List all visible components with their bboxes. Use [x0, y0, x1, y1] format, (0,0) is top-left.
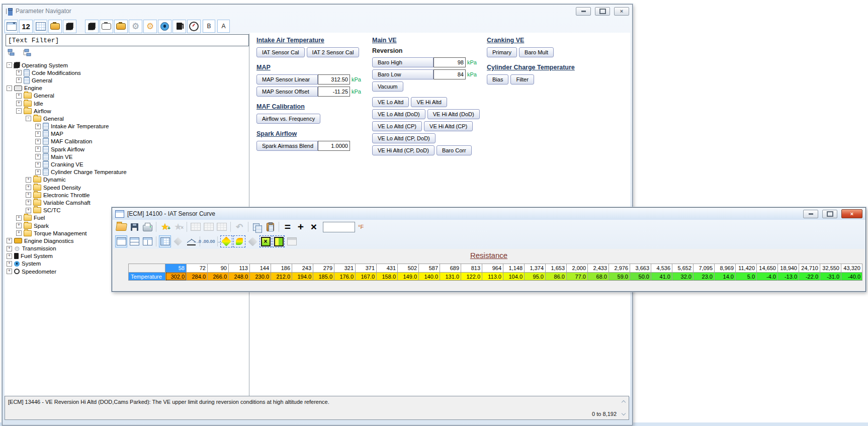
tree-expander-icon[interactable]: +	[16, 93, 22, 99]
table-view-button[interactable]	[159, 235, 171, 247]
param-value[interactable]: 98	[433, 57, 466, 67]
temperature-cell[interactable]: 140.0	[419, 272, 440, 281]
tree-item-general[interactable]: +General	[5, 92, 249, 100]
param-button-map-sensor-linear[interactable]: MAP Sensor Linear	[256, 74, 318, 84]
resistance-cell[interactable]: 144	[250, 264, 271, 272]
resistance-cell[interactable]: 2,433	[588, 264, 609, 272]
color-surface-button[interactable]	[220, 235, 232, 247]
resistance-cell[interactable]: 113	[229, 264, 250, 272]
temperature-cell[interactable]: -40.0	[841, 272, 862, 281]
temperature-cell[interactable]: 5.0	[736, 272, 757, 281]
tree-expander-icon[interactable]: +	[26, 200, 31, 205]
tree-item-spark-airflow[interactable]: +Spark Airflow	[5, 145, 249, 153]
print-button[interactable]	[141, 221, 153, 233]
tree-expander-icon[interactable]: +	[16, 77, 22, 83]
tree-expander-icon[interactable]: +	[16, 70, 22, 75]
adjust-value-input[interactable]	[323, 222, 355, 232]
tree-expander-icon[interactable]: +	[7, 269, 12, 274]
tree-expander-icon[interactable]: -	[7, 86, 12, 91]
resistance-cell[interactable]: 7,095	[693, 264, 715, 272]
resistance-cell[interactable]: 243	[292, 264, 313, 272]
resistance-cell[interactable]: 32,550	[820, 264, 841, 272]
temperature-cell[interactable]: 86.0	[546, 272, 567, 281]
param-button-iat-2-sensor-cal[interactable]: IAT 2 Sensor Cal	[307, 47, 360, 57]
temperature-cell[interactable]: -22.0	[799, 272, 820, 281]
resistance-cell[interactable]: 8,969	[715, 264, 736, 272]
ecm-titlebar[interactable]: [ECM] 14100 - IAT Sensor Curve ×	[112, 208, 865, 220]
add-value-button[interactable]: +	[295, 221, 307, 233]
toolbar-button-views-dropdown[interactable]	[5, 20, 18, 33]
temperature-cell[interactable]: 185.0	[313, 272, 334, 281]
resistance-cell[interactable]: 186	[271, 264, 292, 272]
resistance-cell[interactable]: 3,663	[630, 264, 651, 272]
param-button-vacuum[interactable]: Vacuum	[372, 81, 403, 92]
tree-expander-icon[interactable]: +	[7, 246, 12, 251]
temperature-cell[interactable]: 113.0	[482, 272, 503, 281]
tree-expander-icon[interactable]: +	[16, 215, 22, 221]
temperature-cell[interactable]: 302.0	[165, 272, 187, 281]
param-value[interactable]: 84	[433, 69, 466, 79]
axis-color-box-button[interactable]: ×	[259, 235, 272, 247]
param-value[interactable]: 312.50	[318, 74, 350, 84]
resistance-cell[interactable]: 5,652	[672, 264, 693, 272]
tree-expander-icon[interactable]: +	[16, 101, 22, 106]
param-button-bias[interactable]: Bias	[487, 74, 508, 84]
toolbar-button-engine-diagnostics-filter[interactable]	[114, 20, 128, 33]
toolbar-button-ecm-chip-filter[interactable]	[85, 20, 99, 33]
tree-expander-icon[interactable]: -	[26, 116, 31, 121]
toolbar-button-calibration-number[interactable]: 12	[19, 20, 33, 33]
tree-expander-icon[interactable]: +	[35, 154, 41, 159]
resistance-cell[interactable]: 964	[482, 264, 503, 272]
split-vertical-button[interactable]	[141, 235, 153, 247]
temperature-cell[interactable]: 149.0	[398, 272, 419, 281]
compare-b-button[interactable]: B	[203, 20, 215, 33]
toolbar-button-transmission-filter[interactable]: ⚙	[129, 20, 142, 33]
tree-expander-icon[interactable]: +	[16, 223, 22, 228]
tree-expander-icon[interactable]: +	[26, 177, 31, 183]
param-button-ve-lo-altd-dod[interactable]: VE Lo Altd (DoD)	[372, 109, 425, 119]
resistance-cell[interactable]: 58	[165, 264, 187, 272]
temperature-cell[interactable]: 32.0	[672, 272, 693, 281]
param-button-ve-hi-altd-cp-dod[interactable]: VE Hi Altd (CP, DoD)	[372, 145, 435, 155]
resistance-cell[interactable]: 689	[440, 264, 461, 272]
tree-item-maf-calibration[interactable]: +MAF Calibration	[5, 138, 249, 145]
resistance-cell[interactable]: 321	[334, 264, 356, 272]
temperature-cell[interactable]: -31.0	[820, 272, 841, 281]
open-button[interactable]	[115, 221, 127, 233]
tree-item-map[interactable]: +MAP	[5, 130, 249, 138]
decimal-places-button[interactable]: ←.0 .00.00 →.0	[203, 235, 215, 247]
resistance-cell[interactable]: 279	[313, 264, 334, 272]
tree-expander-icon[interactable]: +	[35, 146, 41, 152]
param-button-baro-corr[interactable]: Baro Corr	[437, 145, 472, 155]
resistance-cell[interactable]: 2,976	[609, 264, 630, 272]
param-value[interactable]: 1.0000	[318, 141, 350, 151]
temperature-cell[interactable]: 230.0	[250, 272, 271, 281]
param-button-ve-lo-altd-cp-dod[interactable]: VE Lo Altd (CP, DoD)	[372, 133, 436, 143]
tree-expander-icon[interactable]: +	[7, 261, 12, 267]
ecm-maximize-button[interactable]	[822, 210, 837, 218]
param-button-iat-sensor-cal[interactable]: IAT Sensor Cal	[256, 47, 305, 57]
tree-expander-icon[interactable]: +	[35, 169, 41, 175]
toolbar-button-engine-calibration[interactable]	[48, 20, 62, 33]
tree-expander-icon[interactable]: +	[7, 238, 12, 243]
tree-expander-icon[interactable]: +	[35, 162, 41, 167]
ecm-close-button[interactable]: ×	[841, 209, 862, 218]
resistance-cell[interactable]: 14,650	[757, 264, 778, 272]
toolbar-button-ecm-chip[interactable]	[63, 20, 76, 33]
multiply-value-button[interactable]: ×	[308, 221, 320, 233]
resistance-cell[interactable]: 90	[208, 264, 229, 272]
resistance-cell[interactable]: 24,710	[799, 264, 820, 272]
resistance-cell[interactable]: 1,374	[525, 264, 546, 272]
temperature-cell[interactable]: 14.0	[715, 272, 736, 281]
set-equal-button[interactable]: =	[282, 221, 294, 233]
tree-item-intake-air-temperature[interactable]: +Intake Air Temperature	[5, 123, 249, 130]
tree-item-dynamic[interactable]: +Dynamic	[5, 176, 249, 184]
resistance-cell[interactable]: 431	[377, 264, 398, 272]
tree-item-operating-system[interactable]: -Operating System	[5, 61, 249, 69]
navigator-titlebar[interactable]: Parameter Navigator ×	[3, 5, 632, 18]
tree-expander-icon[interactable]: +	[26, 208, 31, 213]
copy-button[interactable]	[251, 221, 263, 233]
param-button-filter[interactable]: Filter	[510, 74, 534, 84]
temperature-cell[interactable]: 68.0	[588, 272, 609, 281]
split-horizontal-button[interactable]	[128, 235, 140, 247]
